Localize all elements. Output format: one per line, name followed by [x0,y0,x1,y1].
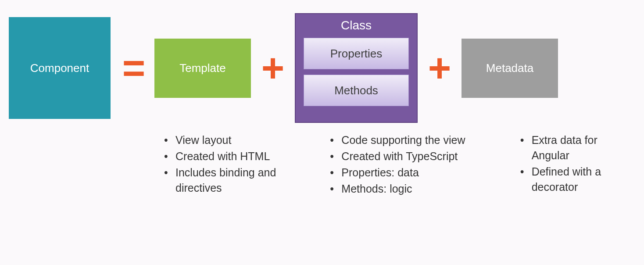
list-item: Defined with a decorator [513,164,635,195]
plus-sign-2: + [424,52,455,84]
list-item: Code supporting the view [323,132,469,148]
component-box: Component [9,17,111,119]
bullets-row: View layout Created with HTML Includes b… [9,132,635,197]
class-box: Class Properties Methods [295,13,418,123]
properties-box: Properties [304,38,409,69]
properties-label: Properties [330,47,383,61]
metadata-label: Metadata [486,61,533,75]
list-item: Created with TypeScript [323,149,469,164]
list-item: Includes binding and directives [157,165,279,196]
equation-row: Component = Template + Class Properties … [9,13,635,123]
plus-sign-1: + [257,52,289,84]
equals-sign: = [117,48,148,88]
class-bullets: Code supporting the view Created with Ty… [323,132,469,197]
class-title: Class [341,18,372,32]
list-item: Created with HTML [157,149,279,164]
metadata-box: Metadata [462,39,558,98]
template-bullets: View layout Created with HTML Includes b… [157,132,279,197]
methods-label: Methods [334,84,378,97]
list-item: View layout [157,132,279,148]
list-item: Methods: logic [323,181,469,197]
component-label: Component [30,61,89,75]
metadata-bullets: Extra data for Angular Defined with a de… [513,132,635,196]
methods-box: Methods [304,75,409,106]
list-item: Extra data for Angular [513,132,635,163]
template-label: Template [179,61,226,75]
template-box: Template [154,39,251,98]
list-item: Properties: data [323,165,469,180]
